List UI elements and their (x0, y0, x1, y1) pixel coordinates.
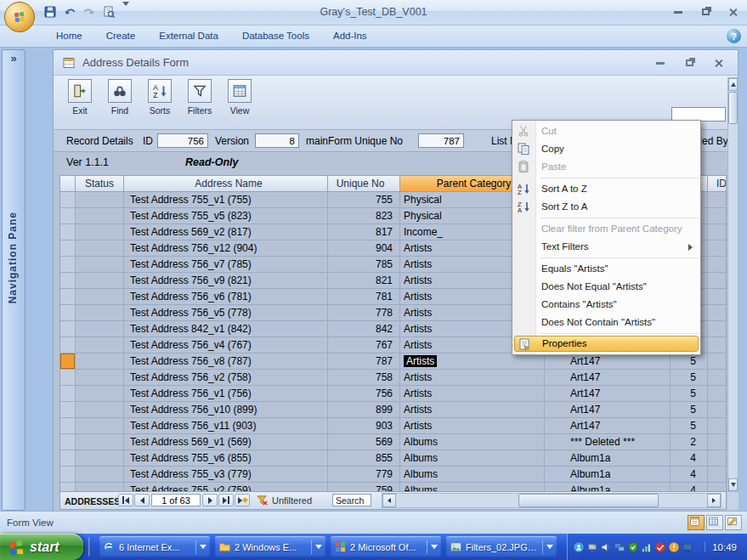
record-selector[interactable] (60, 257, 76, 273)
column-header-address-name[interactable]: Address Name (124, 176, 328, 192)
taskbar-clock[interactable]: 10:49 (705, 542, 742, 552)
tab-create[interactable]: Create (94, 25, 148, 48)
previous-record-button[interactable] (134, 494, 150, 506)
id-field[interactable]: 756 (157, 133, 208, 148)
menu-item-properties[interactable]: Properties (514, 336, 699, 352)
first-record-button[interactable] (118, 494, 133, 506)
menu-item-does-not-equal-artists[interactable]: Does Not Equal "Artists" (512, 278, 700, 296)
record-selector[interactable] (60, 337, 76, 354)
table-row[interactable]: Test Address 756_v10 (899)899ArtistsArt1… (60, 402, 726, 418)
column-header-col0[interactable] (60, 176, 76, 192)
vertical-scrollbar[interactable] (727, 77, 739, 492)
record-selector[interactable] (60, 224, 76, 240)
scroll-down-button[interactable] (728, 478, 738, 491)
scroll-up-button[interactable] (728, 78, 738, 91)
update-icon[interactable] (668, 541, 680, 553)
menu-item-sort-z-to-a[interactable]: ZASort Z to A (512, 198, 700, 216)
horizontal-scrollbar[interactable] (382, 493, 722, 508)
menu-item-sort-a-to-z[interactable]: AZSort A to Z (512, 180, 700, 198)
network-icon[interactable] (614, 541, 625, 553)
next-record-button[interactable] (202, 494, 218, 506)
security-shield-icon[interactable] (627, 541, 639, 553)
record-selector[interactable] (60, 354, 76, 370)
filter-indicator[interactable]: Unfiltered (256, 494, 312, 506)
tab-database-tools[interactable]: Database Tools (230, 25, 321, 48)
record-selector[interactable] (60, 370, 76, 386)
task-group-arrow-icon[interactable] (546, 545, 553, 549)
column-header-unique-no[interactable]: Unique No (328, 176, 400, 192)
antivirus-icon[interactable] (654, 541, 666, 553)
task-group-arrow-icon[interactable] (200, 545, 207, 549)
record-selector[interactable] (60, 192, 76, 208)
mainform-unique-no-field[interactable]: 787 (418, 133, 464, 148)
navigation-pane-collapsed[interactable]: » Navigation Pane (2, 49, 25, 511)
menu-item-copy[interactable]: Copy (512, 140, 700, 158)
menu-item-contains-artists[interactable]: Contains "Artists" (512, 296, 700, 314)
tab-home[interactable]: Home (44, 25, 94, 48)
start-button[interactable]: start (0, 534, 83, 560)
minimize-button[interactable] (671, 6, 686, 18)
sorts-button[interactable]: AZSorts (144, 79, 176, 127)
record-selector[interactable] (60, 289, 76, 305)
design-view-button[interactable] (725, 515, 742, 530)
record-selector[interactable] (60, 450, 76, 467)
table-row[interactable]: Test Address 569_v1 (569)569Albums*** De… (60, 434, 726, 450)
menu-item-equals-artists[interactable]: Equals "Artists" (512, 260, 700, 278)
table-row[interactable]: Test Address 756_v1 (756)756ArtistsArt14… (60, 386, 726, 402)
form-minimize-button[interactable] (653, 57, 668, 69)
table-row[interactable]: Test Address 756_v2 (758)758ArtistsArt14… (60, 370, 726, 386)
version-field[interactable]: 8 (255, 133, 299, 148)
record-selector[interactable] (60, 402, 76, 418)
volume-icon[interactable] (600, 541, 612, 553)
record-selector[interactable] (60, 273, 76, 289)
horizontal-scroll-thumb[interactable] (518, 494, 659, 507)
column-header-id[interactable]: ID (708, 176, 727, 192)
taskbar-button-2-microsoft-of[interactable]: 2 Microsoft Of... (331, 536, 441, 557)
scroll-left-button[interactable] (382, 494, 396, 507)
office-button[interactable] (4, 2, 35, 32)
table-row[interactable]: Test Address 755_v3 (779)779AlbumsAlbum1… (60, 467, 726, 483)
menu-item-does-not-contain-artists[interactable]: Does Not Contain "Artists" (512, 314, 700, 331)
record-position[interactable]: 1 of 63 (151, 494, 201, 506)
record-selector[interactable] (60, 240, 76, 257)
record-selector[interactable] (60, 321, 76, 337)
restore-button[interactable] (698, 6, 713, 18)
vertical-scroll-thumb[interactable] (728, 92, 738, 124)
scroll-right-button[interactable] (707, 494, 721, 507)
signal-icon[interactable] (641, 541, 653, 553)
table-row[interactable]: Test Address 756_v11 (903)903ArtistsArt1… (60, 418, 726, 434)
record-selector[interactable] (60, 386, 76, 402)
form-close-button[interactable] (710, 57, 726, 69)
table-row[interactable]: Test Address 756_v8 (787)787ArtistsArt14… (60, 354, 726, 370)
tab-external-data[interactable]: External Data (147, 25, 230, 48)
form-restore-button[interactable] (682, 57, 697, 69)
menu-item-text-filters[interactable]: Text Filters (512, 238, 700, 256)
new-record-button[interactable] (235, 494, 250, 506)
form-view-button[interactable] (688, 515, 705, 530)
messenger-icon[interactable] (573, 541, 585, 553)
device-icon[interactable] (586, 541, 598, 553)
taskbar-button-filters-02-jpg[interactable]: Filters_02.JPG -... (446, 536, 557, 557)
record-selector[interactable] (60, 434, 76, 450)
table-row[interactable]: Test Address 755_v6 (855)855AlbumsAlbum1… (60, 450, 726, 467)
help-button[interactable]: ? (727, 29, 741, 43)
record-selector[interactable] (60, 483, 76, 492)
exit-button[interactable]: Exit (64, 79, 96, 127)
last-record-button[interactable] (218, 494, 234, 506)
expand-nav-pane-button[interactable]: » (3, 52, 25, 67)
task-group-arrow-icon[interactable] (315, 545, 322, 549)
record-selector[interactable] (60, 305, 76, 321)
record-selector[interactable] (60, 418, 76, 434)
record-selector[interactable] (60, 467, 76, 483)
taskbar-button-2-windows-e[interactable]: 2 Windows E... (215, 536, 325, 557)
display-icon[interactable] (682, 541, 693, 553)
view-button[interactable]: View (224, 79, 256, 127)
search-input[interactable] (332, 494, 371, 506)
task-group-arrow-icon[interactable] (431, 545, 438, 549)
close-button[interactable] (725, 6, 740, 18)
find-button[interactable]: Find (104, 79, 136, 127)
column-header-status[interactable]: Status (76, 176, 124, 192)
filters-button[interactable]: Filters (184, 79, 216, 127)
datasheet-view-button[interactable] (706, 515, 723, 530)
table-row[interactable]: Test Address 755_v2 (759)759AlbumsAlbum1… (60, 483, 726, 492)
